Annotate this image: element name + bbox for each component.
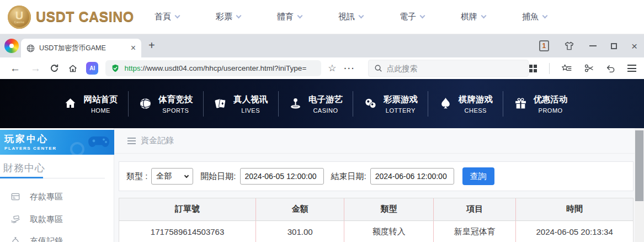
browser-search-field[interactable] bbox=[368, 60, 529, 77]
top-nav-chess[interactable]: 棋牌 bbox=[461, 12, 486, 22]
joystick-icon bbox=[289, 97, 302, 111]
end-date-label: 結束日期: bbox=[331, 171, 366, 182]
maximize-icon bbox=[611, 43, 617, 49]
top-nav-sports[interactable]: 體育 bbox=[277, 12, 302, 22]
back-button[interactable]: ← bbox=[10, 63, 20, 73]
col-header-amount: 金額 bbox=[256, 198, 344, 220]
reload-button[interactable] bbox=[50, 64, 59, 73]
nav-item-en: LIVES bbox=[241, 107, 260, 114]
scissors-icon[interactable] bbox=[584, 64, 594, 73]
coin-letter: U bbox=[15, 10, 23, 20]
query-button[interactable]: 查詢 bbox=[462, 167, 494, 185]
tab-count-button[interactable]: 1 bbox=[539, 40, 549, 51]
page-content: 玩家中心 PLAYERS CENTER 財務中心 存款專區 取款專區 充值記錄 … bbox=[0, 128, 644, 242]
window-close-button[interactable]: × bbox=[631, 41, 637, 51]
browser-menu-icon[interactable] bbox=[627, 65, 636, 72]
page-scrollbar-track[interactable] bbox=[635, 128, 644, 242]
top-nav-slots[interactable]: 電子 bbox=[400, 12, 424, 22]
start-date-label: 開始日期: bbox=[200, 171, 236, 182]
top-nav-label: 視訊 bbox=[338, 12, 355, 22]
browser-logo-hole bbox=[9, 44, 14, 48]
nav-item-cn: 体育竞技 bbox=[158, 94, 193, 106]
site-logo[interactable]: U Casino USDT CASINO bbox=[8, 6, 138, 29]
url-field[interactable]: https://www.usdt04.com/hhcp/usercenter.h… bbox=[105, 60, 321, 76]
sidebar-item-label: 取款專區 bbox=[30, 214, 63, 225]
divider bbox=[549, 63, 550, 74]
col-header-type: 類型 bbox=[344, 198, 434, 220]
type-select[interactable]: 全部 bbox=[151, 168, 193, 185]
table-header-row: 訂單號 金額 類型 項目 時間 bbox=[119, 198, 633, 220]
nav-item-en: HOME bbox=[91, 107, 110, 114]
gift-icon bbox=[514, 97, 528, 111]
cell-type: 额度转入 bbox=[344, 220, 434, 242]
withdraw-icon bbox=[10, 214, 20, 224]
bookmark-star-icon[interactable]: ☆ bbox=[328, 62, 336, 74]
chevron-down-icon bbox=[420, 13, 425, 19]
top-nav-lottery[interactable]: 彩票 bbox=[216, 12, 241, 22]
tabbar-right-controls: 1 × bbox=[539, 34, 637, 57]
new-tab-button[interactable]: + bbox=[148, 39, 155, 52]
address-bar-right-controls bbox=[529, 63, 636, 74]
sidebar: 玩家中心 PLAYERS CENTER 財務中心 存款專區 取款專區 充值記錄 bbox=[0, 128, 114, 242]
end-date-input[interactable] bbox=[370, 168, 454, 185]
top-nav-fishing[interactable]: 捕魚 bbox=[522, 12, 547, 22]
window-maximize-button[interactable] bbox=[611, 43, 617, 49]
players-center-banner: 玩家中心 PLAYERS CENTER bbox=[0, 130, 114, 155]
finance-center-title: 財務中心 bbox=[3, 161, 45, 175]
nav-item-promo[interactable]: 优惠活动PROMO bbox=[503, 91, 578, 117]
apps-grid-icon[interactable] bbox=[529, 64, 537, 73]
nav-item-home[interactable]: 网站首页HOME bbox=[54, 91, 129, 117]
sidebar-item-deposit[interactable]: 存款專區 bbox=[0, 188, 114, 206]
chevron-down-icon bbox=[175, 13, 180, 19]
coin-sub-label: Casino bbox=[14, 20, 25, 24]
nav-item-sports[interactable]: 体育竞技SPORTS bbox=[129, 91, 204, 117]
nav-item-casino[interactable]: 电子游艺CASINO bbox=[279, 91, 354, 117]
home-button[interactable] bbox=[68, 64, 78, 73]
top-nav-video[interactable]: 視訊 bbox=[338, 12, 363, 22]
banner-decor-circle bbox=[70, 142, 84, 155]
nav-item-cn: 优惠活动 bbox=[534, 94, 568, 106]
browser-tab[interactable]: USDT加密货币GAME × bbox=[21, 39, 141, 57]
url-more-icon[interactable]: ··· bbox=[344, 64, 355, 73]
top-nav-label: 電子 bbox=[400, 12, 416, 22]
basketball-icon bbox=[139, 97, 152, 111]
search-input[interactable] bbox=[387, 64, 514, 73]
nav-item-lottery[interactable]: 彩票游戏LOTTERY bbox=[353, 91, 428, 117]
ai-assistant-button[interactable]: AI bbox=[86, 62, 98, 75]
favorites-list-icon[interactable] bbox=[561, 64, 572, 73]
spade-icon bbox=[439, 97, 453, 111]
url-scheme: https bbox=[124, 64, 140, 72]
chevron-down-icon bbox=[297, 13, 303, 19]
forward-button[interactable]: → bbox=[30, 63, 41, 73]
site-navbar: 网站首页HOME 体育竞技SPORTS 真人视讯LIVES 电子游艺CASINO… bbox=[0, 79, 644, 128]
page-scrollbar-thumb[interactable] bbox=[635, 130, 643, 201]
breadcrumb-menu-icon[interactable] bbox=[127, 138, 136, 144]
nav-item-en: LOTTERY bbox=[386, 107, 416, 114]
top-nav-label: 首頁 bbox=[155, 12, 171, 22]
col-header-order-no: 訂單號 bbox=[119, 198, 256, 220]
nav-item-en: CHESS bbox=[465, 107, 487, 114]
nav-item-cn: 网站首页 bbox=[83, 94, 118, 106]
window-minimize-button[interactable] bbox=[589, 45, 597, 46]
nav-item-cn: 电子游艺 bbox=[308, 94, 343, 106]
start-date-input[interactable] bbox=[240, 168, 324, 185]
top-nav-label: 彩票 bbox=[216, 12, 232, 22]
filter-panel: 類型 : 全部 開始日期: 結束日期: 查詢 bbox=[119, 161, 634, 191]
tab-close-icon[interactable]: × bbox=[131, 44, 136, 52]
main-panel: 資金記錄 類型 : 全部 開始日期: 結束日期: 查詢 訂單號 金額 類型 bbox=[114, 128, 635, 242]
top-nav-home[interactable]: 首頁 bbox=[155, 12, 179, 22]
sidebar-item-recharge-records[interactable]: 充值記錄 bbox=[0, 232, 114, 242]
browser-logo-icon[interactable] bbox=[4, 39, 19, 53]
cell-time: 2024-06-05 20:13:34 bbox=[516, 220, 633, 242]
browser-address-bar: ← → AI https://www.usdt04.com/hhcp/userc… bbox=[0, 57, 644, 79]
nav-item-lives[interactable]: 真人视讯LIVES bbox=[204, 91, 279, 117]
site-header: U Casino USDT CASINO 首頁 彩票 體育 視訊 電子 棋牌 捕… bbox=[0, 0, 644, 34]
globe-icon bbox=[26, 44, 35, 52]
undo-arrow-icon[interactable] bbox=[606, 64, 616, 73]
nav-item-chess[interactable]: 棋牌游戏CHESS bbox=[428, 91, 503, 117]
theme-shirt-icon[interactable] bbox=[563, 40, 575, 52]
search-icon bbox=[374, 64, 382, 72]
chevron-down-icon bbox=[481, 13, 487, 19]
sidebar-item-withdraw[interactable]: 取款專區 bbox=[0, 211, 114, 228]
type-label: 類型 : bbox=[126, 171, 147, 182]
